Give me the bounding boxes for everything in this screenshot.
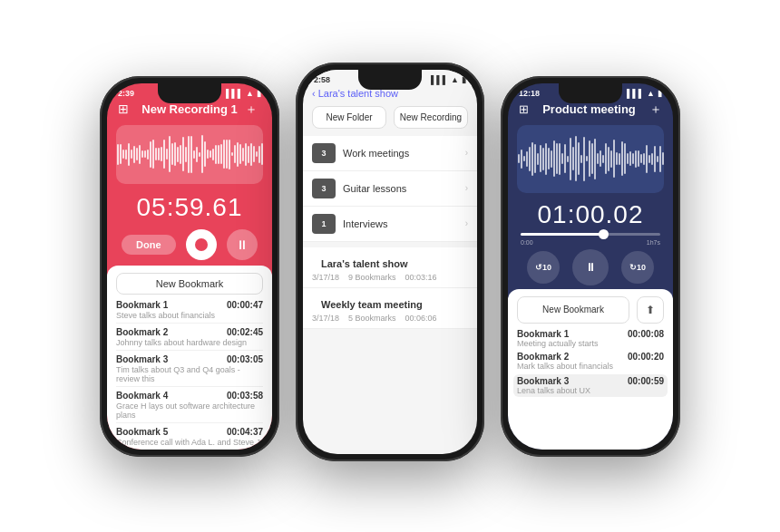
- status-time-3: 12:18: [519, 89, 540, 98]
- record-button[interactable]: [186, 229, 217, 260]
- new-folder-button[interactable]: New Folder: [312, 106, 386, 129]
- waveform-bar: [161, 147, 162, 161]
- status-time-1: 2:39: [118, 89, 134, 98]
- share-button[interactable]: ⬆: [637, 296, 664, 324]
- ph3-pause-button[interactable]: ⏸: [572, 249, 609, 285]
- list-item[interactable]: Bookmark 2 00:00:20 Mark talks about fin…: [517, 352, 664, 371]
- waveform-bar: [621, 141, 623, 176]
- ph3-pause-icon: ⏸: [585, 261, 596, 274]
- waveform-bar: [638, 150, 639, 167]
- waveform-bar: [651, 153, 653, 165]
- pause-button[interactable]: ⏸: [227, 229, 258, 260]
- waveform-bar: [537, 153, 539, 165]
- ph1-add-icon[interactable]: ＋: [245, 102, 261, 118]
- waveform-bar: [185, 147, 187, 162]
- rec-bookmarks-1: 9 Bookmarks: [348, 273, 396, 282]
- waveform-bar: [567, 156, 569, 162]
- folder-item[interactable]: 3 Work meetings ›: [303, 136, 477, 171]
- waveform-bar: [570, 138, 571, 180]
- new-bookmark-button-1[interactable]: New Bookmark: [116, 273, 263, 295]
- waveform-bar: [551, 150, 552, 168]
- rec-duration-2: 00:06:06: [405, 314, 437, 323]
- waveform-bar: [204, 141, 206, 167]
- bookmark-time: 00:00:47: [227, 300, 263, 310]
- waveform-bar: [553, 140, 555, 177]
- list-item[interactable]: Bookmark 5 00:04:37 Conference call with…: [116, 427, 263, 447]
- bm3-desc: Mark talks about financials: [517, 362, 664, 371]
- waveform-bar: [597, 153, 599, 164]
- new-recording-button[interactable]: New Recording: [394, 106, 468, 129]
- waveform-bar: [523, 156, 525, 161]
- list-item[interactable]: Bookmark 1 00:00:08 Meeting actually sta…: [517, 329, 664, 348]
- waveform-bar: [226, 140, 228, 169]
- forward-button[interactable]: ↻10: [621, 251, 654, 284]
- waveform-bar: [586, 156, 588, 161]
- folder-item[interactable]: 1 Interviews ›: [303, 207, 477, 242]
- waveform-bar: [169, 136, 171, 172]
- list-item[interactable]: Bookmark 4 00:03:58 Grace H lays out sof…: [116, 391, 263, 423]
- folder-item[interactable]: 3 Guitar lessons ›: [303, 171, 477, 207]
- notch-2: [358, 70, 422, 90]
- waveform-bar: [662, 152, 664, 165]
- divider: [116, 350, 263, 351]
- waveform-bar: [239, 144, 241, 164]
- ph2-rec-2[interactable]: Weekly team meeting 3/17/18 5 Bookmarks …: [303, 288, 477, 329]
- folder-icon: 3: [312, 179, 336, 198]
- waveform-bar: [559, 143, 561, 175]
- done-button[interactable]: Done: [122, 235, 176, 255]
- waveform-bar: [133, 146, 135, 163]
- waveform-bar: [144, 150, 146, 158]
- status-icons-3: ▌▌▌ ▲ ▮: [627, 89, 662, 98]
- waveform-bar: [610, 150, 612, 168]
- ph3-add-icon[interactable]: ＋: [649, 102, 662, 118]
- new-bookmark-button-3[interactable]: New Bookmark: [517, 296, 629, 324]
- waveform-bar: [166, 149, 168, 160]
- list-item[interactable]: Bookmark 2 00:02:45 Johnny talks about h…: [116, 327, 263, 351]
- signal-icon-2: ▌▌▌: [431, 75, 448, 84]
- waveform-bar: [526, 151, 528, 167]
- pause-icon: ⏸: [236, 237, 249, 252]
- waveform-bar: [242, 148, 244, 161]
- bm3-time: 00:00:20: [628, 352, 664, 362]
- share-icon: ⬆: [646, 304, 655, 316]
- ph2-rec-meta-2: 3/17/18 5 Bookmarks 00:06:06: [312, 314, 468, 323]
- rewind-button[interactable]: ↺10: [527, 251, 560, 284]
- bm3-desc: Lena talks about UX: [517, 386, 664, 395]
- divider: [116, 386, 263, 387]
- ph3-progress-bar[interactable]: [521, 233, 660, 236]
- waveform-bar: [594, 139, 596, 179]
- ph3-time-end: 1h7s: [647, 239, 660, 246]
- waveform-bar: [643, 153, 645, 165]
- phone-3: 12:18 ▌▌▌ ▲ ▮ ⊞ Product meeting ＋ 01:00.…: [501, 76, 680, 457]
- list-item[interactable]: Bookmark 3 00:03:05 Tim talks about Q3 a…: [116, 354, 263, 387]
- waveform-bar: [207, 150, 209, 159]
- waveform-bar: [648, 155, 650, 163]
- bookmark-desc: Conference call with Ada L. and Steve J.: [116, 438, 263, 447]
- list-item[interactable]: Bookmark 1 00:00:47 Steve talks about fi…: [116, 300, 263, 324]
- waveform-bar: [190, 136, 192, 173]
- signal-icon-1: ▌▌▌: [226, 89, 243, 98]
- waveform-bar: [572, 147, 574, 170]
- rec-date-2: 3/17/18: [312, 314, 339, 323]
- waveform-bar: [580, 155, 582, 163]
- waveform-bar: [602, 155, 604, 163]
- waveform-bar: [122, 150, 124, 159]
- waveform-bar: [659, 146, 661, 172]
- bm3-time: 00:00:08: [628, 329, 664, 339]
- status-icons-2: ▌▌▌ ▲ ▮: [431, 75, 466, 84]
- waveform-bar: [120, 144, 122, 164]
- list-item[interactable]: Bookmark 3 00:00:59 Lena talks about UX: [513, 374, 668, 397]
- waveform-bar: [212, 149, 214, 160]
- ph3-progress-fill: [521, 233, 604, 236]
- waveform-bar: [117, 144, 119, 165]
- waveform-bar: [188, 136, 190, 173]
- ph2-rec-meta-1: 3/17/18 9 Bookmarks 00:03:16: [312, 273, 468, 282]
- ph2-rec-1[interactable]: Lara's talent show 3/17/18 9 Bookmarks 0…: [303, 247, 477, 288]
- waveform-bar: [196, 147, 198, 162]
- bookmark-time: 00:02:45: [227, 327, 263, 337]
- rec-duration-1: 00:03:16: [405, 273, 437, 282]
- ph1-folder-icon[interactable]: ⊞: [118, 102, 134, 118]
- waveform-bar: [261, 143, 263, 165]
- ph3-bottom: New Bookmark ⬆ Bookmark 1 00:00:08 Meeti…: [508, 289, 673, 450]
- ph3-folder-icon[interactable]: ⊞: [519, 102, 529, 116]
